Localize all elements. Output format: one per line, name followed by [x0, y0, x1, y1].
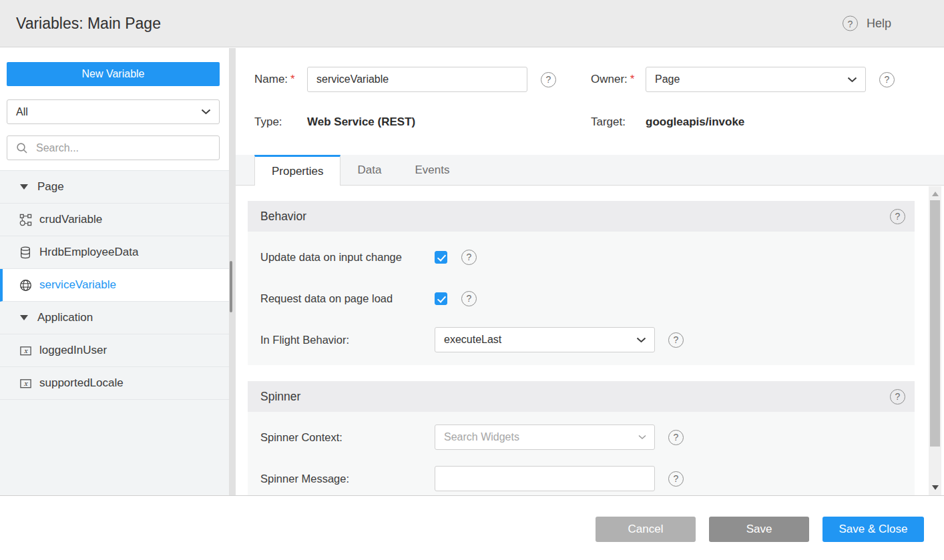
- search-input[interactable]: [35, 142, 212, 155]
- request-data-label: Request data on page load: [260, 292, 435, 305]
- name-field-group: Name:*: [254, 67, 556, 92]
- spinner-panel-body: Spinner Context: Search Widgets Spinner …: [248, 412, 915, 495]
- owner-select[interactable]: Page: [646, 67, 866, 92]
- name-help-icon[interactable]: [541, 72, 556, 87]
- spinner-context-row: Spinner Context: Search Widgets: [248, 416, 915, 458]
- request-data-row: Request data on page load: [248, 278, 915, 319]
- triangle-down-icon: [20, 184, 28, 190]
- behavior-panel-title: Behavior: [260, 210, 306, 224]
- in-flight-behavior-label: In Flight Behavior:: [260, 334, 435, 346]
- variable-filter-value: All: [16, 106, 28, 118]
- crud-icon: [19, 214, 32, 226]
- dialog-header: Variables: Main Page Help: [0, 0, 944, 47]
- variables-sidebar: New Variable All Page: [0, 48, 229, 495]
- type-value: Web Service (REST): [307, 115, 415, 129]
- request-data-help-icon[interactable]: [461, 291, 477, 306]
- chevron-down-icon: [636, 337, 646, 343]
- scroll-down-arrow-icon[interactable]: [932, 485, 939, 490]
- spinner-message-input[interactable]: [435, 466, 655, 491]
- behavior-panel: Behavior Update data on input change Req…: [248, 201, 915, 365]
- required-asterisk: *: [290, 73, 295, 85]
- scroll-up-arrow-icon[interactable]: [932, 192, 939, 196]
- sidebar-item-label: serviceVariable: [39, 278, 116, 292]
- dialog-footer: Cancel Save Save & Close: [0, 496, 944, 560]
- chevron-down-icon: [638, 435, 646, 440]
- variable-filter-select[interactable]: All: [7, 99, 220, 124]
- in-flight-behavior-value: executeLast: [444, 334, 501, 346]
- required-asterisk: *: [630, 73, 635, 85]
- spinner-message-help-icon[interactable]: [668, 471, 684, 487]
- update-data-checkbox[interactable]: [435, 251, 447, 264]
- variable-list: Page crudVariable: [0, 170, 229, 495]
- variable-search: [7, 135, 220, 160]
- triangle-down-icon: [20, 315, 28, 320]
- update-data-help-icon[interactable]: [461, 250, 477, 265]
- sidebar-item-crudvariable[interactable]: crudVariable: [0, 204, 229, 236]
- target-value: googleapis/invoke: [646, 115, 744, 129]
- target-field-group: Target: googleapis/invoke: [591, 115, 744, 129]
- new-variable-button[interactable]: New Variable: [7, 62, 220, 86]
- tab-label: Events: [415, 164, 449, 177]
- chevron-down-icon: [847, 77, 857, 83]
- spinner-message-row: Spinner Message:: [248, 458, 915, 495]
- chevron-down-icon: [201, 109, 211, 115]
- spinner-context-label: Spinner Context:: [260, 431, 435, 444]
- update-data-label: Update data on input change: [260, 251, 435, 264]
- help-label: Help: [867, 17, 891, 31]
- sidebar-item-label: HrdbEmployeeData: [39, 246, 138, 259]
- detail-tabbar: Properties Data Events: [236, 155, 944, 186]
- save-button[interactable]: Save: [709, 517, 809, 542]
- sidebar-item-hrdbemployeedata[interactable]: HrdbEmployeeData: [0, 236, 229, 269]
- variable-detail-pane: Name:* Owner:* Page Type: Web Service (R…: [236, 48, 944, 495]
- in-flight-behavior-row: In Flight Behavior: executeLast: [248, 319, 915, 360]
- spinner-panel: Spinner Spinner Context: Search Widgets …: [248, 381, 915, 495]
- help-button[interactable]: Help: [843, 16, 891, 31]
- target-label: Target:: [591, 115, 646, 129]
- content-scrollbar-thumb[interactable]: [930, 200, 940, 447]
- cancel-button[interactable]: Cancel: [596, 517, 696, 542]
- owner-help-icon[interactable]: [879, 72, 895, 87]
- owner-field-group: Owner:* Page: [591, 67, 895, 92]
- svg-text:x: x: [23, 347, 28, 354]
- sidebar-item-label: Page: [37, 180, 64, 194]
- spinner-panel-title: Spinner: [260, 390, 300, 404]
- sidebar-item-label: loggedInUser: [39, 344, 107, 357]
- spinner-context-placeholder: Search Widgets: [444, 431, 519, 443]
- sidebar-item-label: Application: [37, 311, 93, 324]
- behavior-panel-header: Behavior: [248, 201, 915, 232]
- behavior-help-icon[interactable]: [890, 209, 905, 224]
- variable-x-icon: x: [19, 344, 32, 357]
- request-data-checkbox[interactable]: [435, 292, 447, 305]
- spinner-help-icon[interactable]: [890, 389, 905, 404]
- spinner-panel-header: Spinner: [248, 381, 915, 412]
- type-label: Type:: [254, 115, 307, 129]
- sidebar-group-page[interactable]: Page: [0, 171, 229, 204]
- tab-label: Data: [357, 164, 381, 177]
- save-and-close-button[interactable]: Save & Close: [822, 517, 924, 542]
- spinner-context-help-icon[interactable]: [668, 430, 684, 445]
- sidebar-item-label: crudVariable: [39, 213, 102, 226]
- svg-text:x: x: [23, 380, 28, 387]
- sidebar-item-servicevariable[interactable]: serviceVariable: [0, 269, 229, 302]
- sidebar-scrollbar-thumb[interactable]: [230, 261, 232, 312]
- spinner-context-select[interactable]: Search Widgets: [435, 425, 655, 450]
- content-scrollbar[interactable]: [929, 186, 941, 495]
- sidebar-controls: New Variable All: [0, 48, 229, 160]
- tab-data[interactable]: Data: [340, 155, 398, 185]
- name-label: Name:*: [254, 73, 307, 86]
- in-flight-behavior-select[interactable]: executeLast: [435, 327, 655, 352]
- sidebar-item-supportedlocale[interactable]: x supportedLocale: [0, 367, 229, 400]
- behavior-panel-body: Update data on input change Request data…: [248, 232, 915, 365]
- tab-properties[interactable]: Properties: [254, 155, 340, 186]
- owner-select-value: Page: [655, 73, 680, 85]
- sidebar-scrollbar[interactable]: [229, 48, 236, 495]
- database-icon: [19, 246, 32, 259]
- tab-label: Properties: [272, 165, 323, 178]
- tab-events[interactable]: Events: [398, 155, 466, 185]
- name-input[interactable]: [307, 67, 527, 92]
- sidebar-group-application[interactable]: Application: [0, 302, 229, 334]
- sidebar-item-loggedinuser[interactable]: x loggedInUser: [0, 334, 229, 367]
- page-title: Variables: Main Page: [16, 15, 161, 33]
- in-flight-behavior-help-icon[interactable]: [668, 332, 684, 348]
- sidebar-item-label: supportedLocale: [39, 376, 124, 390]
